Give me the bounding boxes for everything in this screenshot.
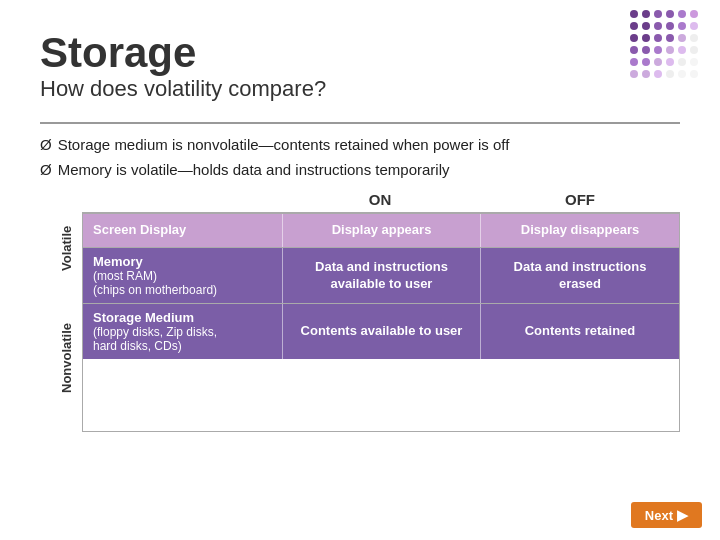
instructions-text: instructions [295, 161, 371, 178]
cell-screen-display-label: Screen Display [83, 214, 283, 247]
nonvolatile-label: Nonvolatile [50, 284, 82, 432]
memory-main-text: Memory [93, 254, 143, 269]
cell-memory-label: Memory (most RAM) (chips on motherboard) [83, 248, 283, 303]
title-area: Storage How does volatility compare? [40, 30, 680, 124]
table-area: Volatile Nonvolatile Screen Display Disp… [50, 212, 680, 432]
dot [642, 22, 650, 30]
dot [642, 70, 650, 78]
next-button[interactable]: Next ▶ [631, 502, 702, 528]
memory-sub2-text: (chips on motherboard) [93, 283, 217, 297]
dot [666, 70, 674, 78]
bullet-1: Ø Storage medium is nonvolatile—contents… [40, 134, 680, 157]
storage-sub2-text: hard disks, CDs) [93, 339, 182, 353]
dot [666, 58, 674, 66]
bullet-symbol-2: Ø [40, 159, 52, 182]
dot [690, 10, 698, 18]
dot [666, 34, 674, 42]
dot [666, 10, 674, 18]
volatile-label: Volatile [50, 212, 82, 284]
dots-decoration [630, 10, 710, 90]
dot [642, 34, 650, 42]
dot [654, 70, 662, 78]
cell-memory-on: Data and instructions available to user [283, 248, 481, 303]
dot [678, 58, 686, 66]
dot [678, 10, 686, 18]
memory-on-text: Data and instructions available to user [293, 259, 470, 293]
dot [678, 34, 686, 42]
cell-storage-off: Contents retained [481, 304, 679, 359]
bullet-2: Ø Memory is volatile—holds data and inst… [40, 159, 680, 182]
screen-display-text: Screen Display [93, 222, 186, 239]
dot [642, 58, 650, 66]
table-row-memory: Memory (most RAM) (chips on motherboard)… [83, 247, 679, 303]
dots-grid [630, 10, 710, 80]
dot [678, 46, 686, 54]
dot [654, 22, 662, 30]
dot [630, 34, 638, 42]
comparison-table: Screen Display Display appears Display d… [82, 212, 680, 432]
dot [654, 10, 662, 18]
dot [690, 22, 698, 30]
dot [690, 58, 698, 66]
dot [678, 22, 686, 30]
dot [654, 46, 662, 54]
next-button-label: Next [645, 508, 673, 523]
bullets-section: Ø Storage medium is nonvolatile—contents… [40, 134, 680, 181]
storage-main-text: Storage Medium [93, 310, 194, 325]
cell-storage-label: Storage Medium (floppy disks, Zip disks,… [83, 304, 283, 359]
dot [630, 46, 638, 54]
screen-display-off-text: Display disappears [521, 222, 640, 239]
cell-screen-display-on: Display appears [283, 214, 481, 247]
off-label: OFF [480, 191, 680, 208]
bullet-symbol-1: Ø [40, 134, 52, 157]
storage-sub1-text: (floppy disks, Zip disks, [93, 325, 217, 339]
on-off-header: ON OFF [82, 191, 680, 208]
storage-off-text: Contents retained [525, 323, 636, 340]
dot [630, 70, 638, 78]
dot [642, 10, 650, 18]
cell-screen-display-off: Display disappears [481, 214, 679, 247]
storage-on-text: Contents available to user [301, 323, 463, 340]
page-title: Storage [40, 30, 680, 76]
next-arrow-icon: ▶ [677, 507, 688, 523]
screen-display-on-text: Display appears [332, 222, 432, 239]
page-subtitle: How does volatility compare? [40, 76, 680, 102]
dot [630, 10, 638, 18]
on-label: ON [280, 191, 480, 208]
dot [642, 46, 650, 54]
dot [630, 22, 638, 30]
dot [666, 46, 674, 54]
dot [690, 46, 698, 54]
memory-off-text: Data and instructions erased [491, 259, 669, 293]
cell-storage-on: Contents available to user [283, 304, 481, 359]
side-labels: Volatile Nonvolatile [50, 212, 82, 432]
cell-memory-off: Data and instructions erased [481, 248, 679, 303]
bullet-text-1: Storage medium is nonvolatile—contents r… [58, 134, 510, 157]
table-row-screen-display: Screen Display Display appears Display d… [83, 213, 679, 247]
dot [630, 58, 638, 66]
dot [678, 70, 686, 78]
dot [690, 70, 698, 78]
dot [654, 34, 662, 42]
bullet-text-2: Memory is volatile—holds data and instru… [58, 159, 450, 182]
slide: Storage How does volatility compare? Ø S… [0, 0, 720, 540]
dot [690, 34, 698, 42]
dot [654, 58, 662, 66]
memory-sub1-text: (most RAM) [93, 269, 157, 283]
dot [666, 22, 674, 30]
table-row-storage-medium: Storage Medium (floppy disks, Zip disks,… [83, 303, 679, 359]
